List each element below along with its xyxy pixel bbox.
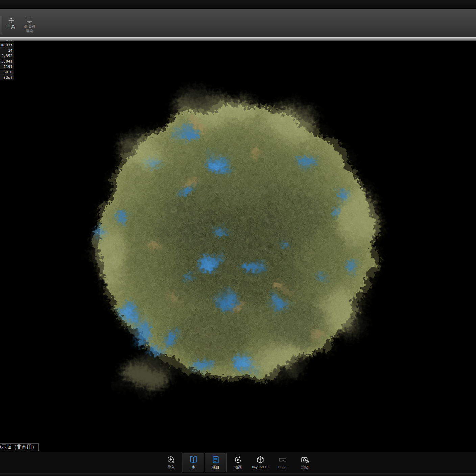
stat-value: m 33s (0, 43, 14, 48)
tools-button-label: 工具 (7, 24, 15, 29)
title-bar (0, 0, 476, 9)
stat-value: 2,352 (0, 53, 14, 58)
library-icon (189, 455, 198, 464)
toolbar-divider (0, 37, 476, 41)
partial-toolbar-button[interactable] (0, 16, 2, 34)
bottom-ribbon: 导入 库 项目 (0, 452, 476, 473)
ribbon-project-button[interactable]: 项目 (205, 453, 227, 472)
animation-icon (234, 455, 242, 464)
high-dpi-label-line1: 高 DPI (24, 24, 35, 29)
move-tool-icon (8, 17, 15, 24)
ribbon-import-label: 导入 (167, 465, 175, 470)
keyshotxr-icon (256, 455, 265, 464)
keyvr-icon (278, 455, 287, 464)
ribbon-library-label: 库 (192, 465, 195, 470)
render-stats-overlay: 1.0 m 33s 14 2,352 5,041 1191 50.0 (3s) (0, 41, 14, 80)
ribbon-animation-label: 动画 (234, 465, 242, 470)
stat-value: 1.0 (0, 41, 14, 42)
project-icon (211, 455, 220, 464)
moss-sphere-render (0, 41, 476, 452)
stat-value: 50.0 (0, 70, 14, 75)
stat-value: 14 (0, 48, 14, 53)
3d-viewport[interactable]: 1.0 m 33s 14 2,352 5,041 1191 50.0 (3s) (0, 41, 476, 452)
top-toolbar: 工具 高 DPI 渲染 (0, 9, 476, 37)
high-dpi-render-button[interactable]: 高 DPI 渲染 (22, 16, 37, 34)
ribbon-project-label: 项目 (212, 465, 219, 470)
ribbon-keyvr-button[interactable]: KeyVR (272, 453, 293, 472)
stat-value: 1191 (0, 64, 14, 69)
ribbon-library-button[interactable]: 库 (183, 453, 204, 472)
ribbon-keyvr-label: KeyVR (278, 465, 288, 470)
keyshot-app: 工具 高 DPI 渲染 1.0 m 33s 14 2,352 5,041 119… (0, 0, 476, 476)
ribbon-render-label: 渲染 (301, 465, 309, 470)
ribbon-keyshotxr-button[interactable]: KeyShotXR (249, 453, 271, 472)
ribbon-render-button[interactable]: 渲染 (294, 453, 316, 472)
ribbon-import-button[interactable]: 导入 (160, 453, 182, 472)
tools-button[interactable]: 工具 (4, 16, 19, 30)
stat-value: 5,041 (0, 59, 14, 64)
ribbon-animation-button[interactable]: 动画 (227, 453, 249, 472)
ribbon-keyshotxr-label: KeyShotXR (252, 465, 268, 470)
import-icon (167, 455, 175, 464)
stat-value: (3s) (0, 75, 14, 80)
high-dpi-label-line2: 渲染 (26, 29, 33, 33)
bottom-strip (0, 473, 476, 476)
demo-watermark: 演示版（非商用） (0, 444, 39, 451)
monitor-icon (26, 17, 33, 24)
render-icon (301, 455, 309, 464)
